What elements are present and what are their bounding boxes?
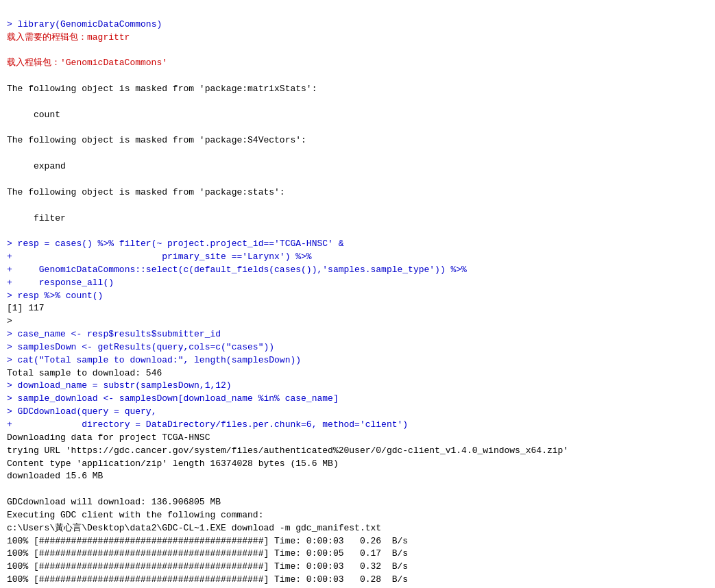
console-line: downloaded 15.6 MB (7, 470, 708, 483)
console-line: 100% [##################################… (7, 535, 708, 548)
console-line (7, 122, 708, 135)
console-line: GDCdownload will download: 136.906805 MB (7, 496, 708, 509)
console-line: The following object is masked from 'pac… (7, 186, 708, 199)
console-line: count (7, 109, 708, 122)
console-line: + response_all() (7, 277, 708, 290)
console-line: > GDCdownload(query = query, (7, 406, 708, 419)
console-line: > resp = cases() %>% filter(~ project.pr… (7, 238, 708, 251)
console-line: Downloading data for project TCGA-HNSC (7, 432, 708, 445)
console-line: > (7, 315, 708, 328)
console-line: + directory = DataDirectory/files.per.ch… (7, 419, 708, 432)
console-line (7, 96, 708, 109)
console-line (7, 147, 708, 160)
console-line: > library(GenomicDataCommons) (7, 19, 708, 32)
console-line: The following object is masked from 'pac… (7, 83, 708, 96)
console-line: > sample_download <- samplesDown[downloa… (7, 393, 708, 406)
console-line: > case_name <- resp$results$submitter_id (7, 328, 708, 341)
console-line: c:\Users\黃心言\Desktop\data2\GDC-CL~1.EXE … (7, 522, 708, 535)
console-line: 载入需要的程辑包：magrittr (7, 32, 708, 45)
console-line (7, 199, 708, 212)
console-line: Content type 'application/zip' length 16… (7, 458, 708, 471)
console-line (7, 483, 708, 496)
console-line: 100% [##################################… (7, 561, 708, 574)
console-line: [1] 117 (7, 302, 708, 315)
console-line (7, 70, 708, 83)
console-output: > library(GenomicDataCommons)载入需要的程辑包：ma… (7, 5, 708, 588)
console-line (7, 45, 708, 58)
console-line (7, 225, 708, 238)
console-line: + GenomicDataCommons::select(c(default_f… (7, 264, 708, 277)
console-line: expand (7, 160, 708, 173)
console-line: The following object is masked from 'pac… (7, 134, 708, 147)
console-line: > resp %>% count() (7, 290, 708, 303)
console-line: Total sample to download: 546 (7, 367, 708, 380)
console-line: trying URL 'https://gdc.cancer.gov/syste… (7, 445, 708, 458)
console-line: 100% [##################################… (7, 574, 708, 587)
console-line: > download_name = substr(samplesDown,1,1… (7, 380, 708, 393)
console-line: + primary_site =='Larynx') %>% (7, 251, 708, 264)
console-line: filter (7, 212, 708, 225)
console-line: > cat("Total sample to download:", lengt… (7, 354, 708, 367)
console-line (7, 173, 708, 186)
console-line: Executing GDC client with the following … (7, 509, 708, 522)
console-line: 载入程辑包：'GenomicDataCommons' (7, 57, 708, 70)
console-line: 100% [##################################… (7, 548, 708, 561)
console-line: > samplesDown <- getResults(query,cols=c… (7, 341, 708, 354)
